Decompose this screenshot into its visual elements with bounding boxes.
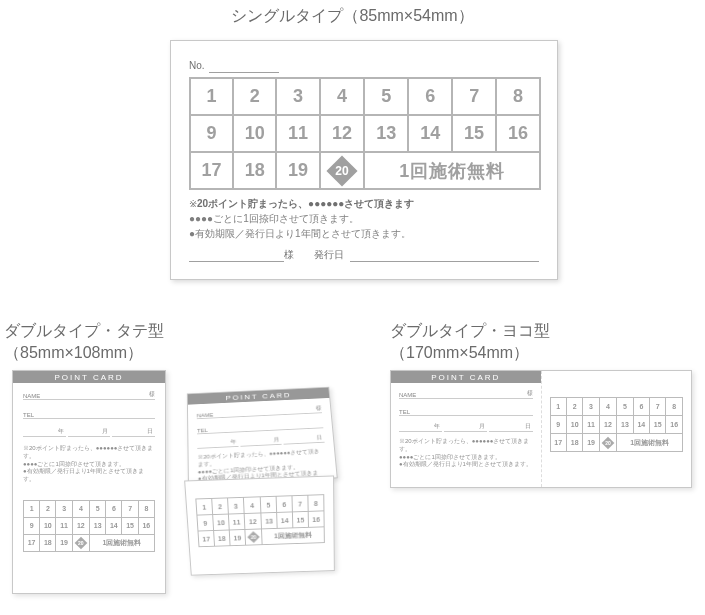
stamp-cell: 13 xyxy=(617,416,633,434)
mini-stamp-grid: 12345678 910111213141516 171819 20 1回施術無… xyxy=(550,397,684,452)
point-card-bar: POINT CARD xyxy=(391,371,541,383)
sama-suffix: 様 xyxy=(527,389,533,398)
card-notes: ※20ポイント貯まったら、●●●●●●させて頂きます ●●●●ごとに1回捺印させ… xyxy=(189,196,539,241)
stamp-cell: 2 xyxy=(212,498,229,515)
stamp-cell: 11 xyxy=(228,514,244,530)
stamp-cell: 19 xyxy=(276,152,319,189)
day-label: 日 xyxy=(489,422,532,432)
mini-note: ●●●●ごとに1回捺印させて頂きます。 xyxy=(399,454,533,462)
name-label: NAME xyxy=(197,412,214,418)
bonus-cell: 1回施術無料 xyxy=(90,534,155,551)
diamond-number: 20 xyxy=(602,437,613,448)
stamp-cell: 16 xyxy=(308,511,324,528)
stamp-cell: 16 xyxy=(666,416,683,434)
stamp-cell: 3 xyxy=(583,398,599,416)
stamp-cell: 14 xyxy=(408,115,452,152)
bonus-cell: 1回施術無料 xyxy=(364,152,540,189)
diamond-number: 20 xyxy=(248,532,259,543)
single-card: No. 1 2 3 4 5 6 7 8 9 10 11 12 13 14 15 … xyxy=(170,40,558,280)
date-field: 年 月 日 xyxy=(399,422,533,432)
stamp-cell: 15 xyxy=(122,517,138,534)
stamp-cell: 12 xyxy=(320,115,365,152)
month-label: 月 xyxy=(68,427,111,437)
yoko-right-half: 12345678 910111213141516 171819 20 1回施術無… xyxy=(542,371,692,487)
diamond-icon: 20 xyxy=(602,437,613,448)
stamp-cell: 4 xyxy=(599,398,616,416)
stamp-cell: 18 xyxy=(40,534,56,551)
tel-label: TEL xyxy=(197,428,208,434)
stamp-cell: 9 xyxy=(197,515,214,531)
stamp-cell: 19 xyxy=(56,534,72,551)
single-type-heading: シングルタイプ（85mm×54mm） xyxy=(0,6,705,27)
diamond-icon: 20 xyxy=(328,157,356,185)
no-underline xyxy=(209,60,279,73)
name-field: NAME様 xyxy=(399,388,533,399)
stamp-row: 1 2 3 4 5 6 7 8 xyxy=(190,78,540,115)
stamp-cell: 2 xyxy=(40,500,56,517)
stamp-cell: 2 xyxy=(566,398,582,416)
year-label: 年 xyxy=(23,427,66,437)
sama-suffix: 様 xyxy=(316,404,322,412)
stamp-cell: 18 xyxy=(233,152,276,189)
stamp-cell: 3 xyxy=(276,78,319,115)
stamp-cell: 4 xyxy=(320,78,365,115)
stamp-cell: 1 xyxy=(190,78,233,115)
double-tate-card: POINT CARD NAME様 TEL 年 月 日 ※20ポイント貯まったら、… xyxy=(12,370,166,594)
stamp-cell: 5 xyxy=(260,496,276,513)
mini-note: ●有効期限／発行日より1年間とさせて頂きます。 xyxy=(399,461,533,469)
yoko-left-half: POINT CARD NAME様 TEL 年 月 日 ※20ポイント貯まったら、… xyxy=(391,371,542,487)
stamp-cell: 11 xyxy=(583,416,599,434)
stamp-cell: 4 xyxy=(243,497,261,514)
stamp-cell-special: 20 xyxy=(599,434,616,452)
stamp-cell: 3 xyxy=(56,500,72,517)
mini-note: ●●●●ごとに1回捺印させて頂きます。 xyxy=(23,461,155,469)
no-label: No. xyxy=(189,60,205,71)
diamond-number: 20 xyxy=(75,537,86,548)
year-label: 年 xyxy=(399,422,442,432)
stamp-cell: 11 xyxy=(56,517,72,534)
stamp-cell: 6 xyxy=(106,500,122,517)
stamp-cell: 8 xyxy=(308,495,324,512)
stamp-cell: 12 xyxy=(72,517,89,534)
bonus-cell: 1回施術無料 xyxy=(617,434,683,452)
note-line: ●●●●ごとに1回捺印させて頂きます。 xyxy=(189,211,539,226)
stamp-cell: 6 xyxy=(276,496,292,513)
stamp-cell: 16 xyxy=(496,115,540,152)
stamp-cell-special: 20 xyxy=(72,534,89,551)
diamond-icon: 20 xyxy=(248,532,259,543)
fold-top-pane: POINT CARD NAME様 TEL 年 月 日 ※20ポイント貯まったら、… xyxy=(187,387,338,486)
mini-stamp-grid: 12345678 910111213141516 171819 20 1回施術無… xyxy=(23,500,155,552)
note-line: ※20ポイント貯まったら、●●●●●●させて頂きます xyxy=(189,196,539,211)
diamond-number: 20 xyxy=(328,157,356,185)
bonus-text: 1回施術無料 xyxy=(399,161,505,181)
mini-note: ●有効期限／発行日より1年間とさせて頂きます。 xyxy=(23,468,155,484)
issue-label: 発行日 xyxy=(314,248,344,262)
stamp-cell: 7 xyxy=(292,495,308,512)
note-line: ●有効期限／発行日より1年間とさせて頂きます。 xyxy=(189,226,539,241)
tel-field: TEL xyxy=(23,408,155,419)
no-field: No. xyxy=(189,55,539,73)
date-field: 年 月 日 xyxy=(23,427,155,437)
heading-line: （170mm×54mm） xyxy=(390,344,529,361)
issue-field: 発行日 xyxy=(314,247,539,262)
stamp-cell: 17 xyxy=(24,534,40,551)
tel-field: TEL xyxy=(399,405,533,416)
name-field: 様 xyxy=(189,247,294,262)
stamp-cell: 13 xyxy=(90,517,106,534)
stamp-cell: 19 xyxy=(583,434,599,452)
stamp-cell: 15 xyxy=(452,115,496,152)
stamp-row: 9 10 11 12 13 14 15 16 xyxy=(190,115,540,152)
stamp-cell: 5 xyxy=(617,398,633,416)
stamp-cell-special: 20 xyxy=(320,152,365,189)
stamp-cell: 5 xyxy=(364,78,408,115)
stamp-cell: 7 xyxy=(650,398,666,416)
stamp-cell: 10 xyxy=(213,514,230,530)
note-bold: 20ポイント貯まったら、●●●●●●させて頂きます xyxy=(197,198,414,209)
name-label: NAME xyxy=(399,392,416,398)
name-label: NAME xyxy=(23,393,40,399)
tel-label: TEL xyxy=(399,409,410,415)
stamp-cell: 10 xyxy=(566,416,582,434)
heading-line: （85mm×108mm） xyxy=(4,344,143,361)
stamp-cell: 1 xyxy=(24,500,40,517)
stamp-cell: 3 xyxy=(227,497,244,514)
